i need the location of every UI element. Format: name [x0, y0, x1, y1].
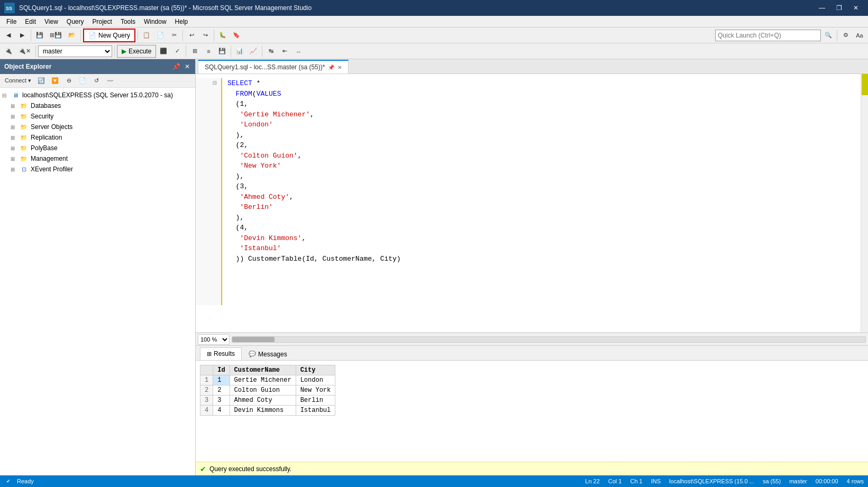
results-file-button[interactable]: 💾 — [216, 45, 229, 58]
cell-city-2[interactable]: New York — [296, 385, 335, 396]
oe-server-objects-expand[interactable]: ⊞ — [11, 124, 19, 130]
minimize-button[interactable]: — — [814, 3, 830, 13]
copy-button[interactable]: 📋 — [140, 29, 153, 42]
query-tab[interactable]: SQLQuery1.sql - loc...SS.master (sa (55)… — [198, 60, 349, 73]
parse-button[interactable]: ✓ — [171, 45, 184, 58]
oe-xevent-expand[interactable]: ⊞ — [11, 167, 19, 172]
undo-button[interactable]: ↩ — [185, 29, 198, 42]
oe-collapse-btn[interactable]: ⊖ — [62, 75, 75, 87]
oe-polybase-item[interactable]: ⊞ 📁 PolyBase — [0, 143, 195, 153]
cell-id-1[interactable]: 1 — [213, 375, 230, 385]
cell-name-2[interactable]: Colton Guion — [230, 385, 296, 396]
disconnect-button[interactable]: 🔌✕ — [16, 45, 33, 58]
oe-connect-btn[interactable]: Connect ▾ — [2, 75, 34, 87]
oe-replication-item[interactable]: ⊞ 📁 Replication — [0, 132, 195, 143]
search-icon-button[interactable]: 🔍 — [822, 29, 835, 42]
menu-edit[interactable]: Edit — [21, 16, 40, 27]
menu-file[interactable]: File — [2, 16, 21, 27]
cell-city-1[interactable]: London — [296, 375, 335, 385]
oe-databases-expand[interactable]: ⊞ — [11, 103, 19, 109]
oe-server-item[interactable]: ⊟ 🖥 localhost\SQLEXPRESS (SQL Server 15.… — [0, 90, 195, 100]
oe-xevent-item[interactable]: ⊞ ⊡ XEvent Profiler — [0, 164, 195, 174]
new-query-button[interactable]: 📄 New Query — [83, 29, 135, 42]
debug-button[interactable]: 🐛 — [216, 29, 229, 42]
close-button[interactable]: ✕ — [848, 3, 864, 13]
menu-tools[interactable]: Tools — [116, 16, 140, 27]
format-button[interactable]: Aa — [853, 29, 866, 42]
code-line-12: 'Ahmed Coty', — [227, 192, 864, 203]
save-all-button[interactable]: ⊞💾 — [47, 29, 65, 42]
oe-security-item[interactable]: ⊞ 📁 Security — [0, 111, 195, 122]
oe-refresh-btn[interactable]: 🔃 — [35, 75, 48, 87]
menu-window[interactable]: Window — [140, 16, 171, 27]
cell-name-1[interactable]: Gertie Michener — [230, 375, 296, 385]
comment-button[interactable]: -- — [292, 45, 305, 58]
results-tab-results[interactable]: ⊞ Results — [200, 347, 242, 360]
cell-name-3[interactable]: Ahmed Coty — [230, 396, 296, 406]
forward-button[interactable]: ▶ — [16, 29, 29, 42]
indent-button[interactable]: ↹ — [264, 45, 277, 58]
options-button[interactable]: ⚙ — [839, 29, 852, 42]
oe-security-label: Security — [31, 113, 53, 120]
cell-id-4[interactable]: 4 — [213, 406, 230, 416]
table-row: 4 4 Devin Kimmons Istanbul — [200, 406, 335, 416]
save-button[interactable]: 💾 — [33, 29, 46, 42]
code-editor[interactable]: ⊟ — [196, 74, 868, 333]
show-plan-button[interactable]: 📊 — [233, 45, 246, 58]
tab-close-button[interactable]: ✕ — [337, 65, 342, 70]
code-line-15: (4, — [227, 223, 864, 233]
menu-view[interactable]: View — [40, 16, 62, 27]
cell-name-4[interactable]: Devin Kimmons — [230, 406, 296, 416]
oe-new-query-btn[interactable]: 📄 — [76, 75, 89, 87]
cut-button[interactable]: ✂ — [168, 29, 180, 42]
stop-button[interactable]: ⬛ — [157, 45, 170, 58]
back-button[interactable]: ◀ — [2, 29, 15, 42]
client-stats-button[interactable]: 📈 — [247, 45, 260, 58]
row-num-2: 2 — [200, 385, 213, 396]
oe-close-button[interactable]: ✕ — [184, 63, 191, 70]
menu-help[interactable]: Help — [171, 16, 193, 27]
oe-pin-button[interactable]: 📌 — [171, 63, 181, 70]
zoom-select[interactable]: 100 % 75 % 150 % — [198, 334, 230, 345]
oe-wave-btn[interactable]: 〰 — [104, 75, 116, 87]
oe-polybase-expand[interactable]: ⊞ — [11, 145, 19, 151]
code-content: SELECT * FROM(VALUES (1, 'Gertie Michene… — [227, 78, 864, 305]
oe-server-objects-item[interactable]: ⊞ 📁 Server Objects — [0, 122, 195, 132]
database-dropdown[interactable]: master tempdb model msdb — [38, 45, 112, 57]
oe-replication-expand[interactable]: ⊞ — [11, 135, 19, 141]
paste-button[interactable]: 📄 — [154, 29, 167, 42]
oe-management-expand[interactable]: ⊞ — [11, 156, 19, 162]
server-icon: 🖥 — [11, 90, 20, 100]
oe-management-item[interactable]: ⊞ 📁 Management — [0, 153, 195, 164]
open-button[interactable]: 📂 — [66, 29, 78, 42]
code-line-18: )) CustomerTable(Id, CustomerName, City) — [227, 254, 864, 264]
cell-city-4[interactable]: Istanbul — [296, 406, 335, 416]
menu-query[interactable]: Query — [62, 16, 88, 27]
cell-id-3[interactable]: 3 — [213, 396, 230, 406]
oe-databases-item[interactable]: ⊞ 📁 Databases — [0, 100, 195, 111]
results-tab-messages[interactable]: 💬 Messages — [242, 347, 294, 360]
maximize-button[interactable]: ❐ — [831, 3, 847, 13]
results-grid-button[interactable]: ⊞ — [188, 45, 201, 58]
menu-project[interactable]: Project — [88, 16, 116, 27]
outdent-button[interactable]: ⇤ — [278, 45, 291, 58]
horizontal-scrollbar[interactable] — [232, 336, 866, 343]
oe-server-expand[interactable]: ⊟ — [2, 93, 11, 98]
connect-button[interactable]: 🔌 — [2, 45, 15, 58]
editor-scrollbar[interactable] — [861, 74, 868, 332]
code-line-19 — [227, 264, 864, 274]
oe-security-expand[interactable]: ⊞ — [11, 114, 19, 120]
cell-city-3[interactable]: Berlin — [296, 396, 335, 406]
bookmark-button[interactable]: 🔖 — [230, 29, 243, 42]
results-text-button[interactable]: ≡ — [202, 45, 215, 58]
execute-button[interactable]: ▶ Execute — [117, 45, 156, 58]
management-folder-icon: 📁 — [19, 154, 29, 163]
scrollbar-thumb[interactable] — [862, 74, 868, 95]
oe-reload-btn[interactable]: ↺ — [90, 75, 103, 87]
object-explorer-header: Object Explorer 📌 ✕ — [0, 59, 195, 74]
oe-filter-btn[interactable]: 🔽 — [49, 75, 61, 87]
cell-id-2[interactable]: 2 — [213, 385, 230, 396]
h-scrollbar-thumb[interactable] — [232, 337, 275, 342]
redo-button[interactable]: ↪ — [199, 29, 212, 42]
quick-launch-input[interactable] — [715, 30, 821, 41]
